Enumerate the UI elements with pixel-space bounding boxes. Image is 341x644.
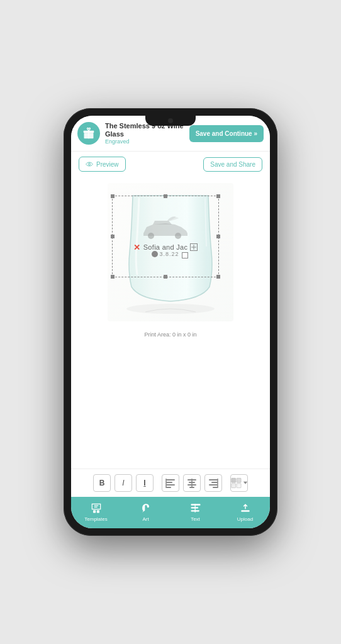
art-label: Art	[142, 516, 148, 522]
svg-point-6	[148, 233, 154, 239]
templates-label: Templates	[84, 516, 107, 522]
design-content-area: ✕ Sofia and Jac 3.8.22	[114, 199, 217, 274]
svg-rect-23	[213, 487, 218, 488]
phone-frame: The Stemless 9 oz Wine Glass Engraved Sa…	[64, 108, 277, 536]
svg-point-7	[175, 233, 181, 239]
text-icon	[189, 502, 202, 514]
nav-item-upload[interactable]: Upload	[220, 497, 270, 528]
app-logo	[77, 122, 100, 145]
nav-item-templates[interactable]: Templates	[71, 497, 121, 528]
italic-button[interactable]: I	[115, 474, 132, 492]
align-center-icon	[187, 478, 197, 488]
bold-button[interactable]: B	[93, 474, 111, 492]
svg-rect-22	[209, 484, 218, 486]
svg-rect-38	[241, 510, 249, 512]
svg-rect-28	[237, 484, 241, 488]
bottom-navigation: Templates Art Text	[71, 497, 270, 528]
nav-item-text[interactable]: Text	[170, 497, 220, 528]
align-right-icon	[208, 478, 218, 488]
eye-icon	[86, 160, 93, 168]
product-image-area: ✕ Sofia and Jac 3.8.22	[77, 177, 264, 328]
svg-rect-27	[232, 484, 236, 488]
svg-rect-10	[166, 479, 175, 480]
text-label: Text	[191, 516, 200, 522]
phone-camera	[168, 118, 173, 123]
text-element-row2: 3.8.22	[152, 251, 179, 257]
svg-rect-21	[211, 482, 218, 483]
svg-rect-29	[93, 510, 96, 513]
art-icon	[140, 502, 152, 514]
action-toolbar: Preview Save and Share	[71, 152, 270, 177]
gift-icon	[82, 127, 95, 140]
align-center-button[interactable]	[183, 474, 201, 492]
preview-button[interactable]: Preview	[79, 157, 126, 172]
svg-rect-30	[96, 510, 99, 513]
svg-rect-12	[166, 484, 175, 486]
print-area-info: Print Area: 0 in x 0 in	[144, 331, 196, 338]
move-handle[interactable]	[190, 243, 198, 251]
phone-screen: The Stemless 9 oz Wine Glass Engraved Sa…	[71, 116, 270, 528]
align-left-icon	[165, 478, 176, 488]
toolbar-separator2	[226, 474, 226, 492]
svg-rect-20	[209, 479, 218, 480]
format-toolbar: B I I	[71, 469, 270, 497]
color-swatch-button[interactable]	[230, 474, 248, 492]
svg-point-3	[89, 164, 91, 165]
svg-rect-13	[166, 487, 171, 488]
upload-icon	[239, 502, 252, 514]
design-canvas[interactable]: ✕ Sofia and Jac 3.8.22	[71, 177, 270, 469]
color-swatch-icon	[231, 476, 242, 490]
delete-handle[interactable]: ✕	[133, 243, 141, 251]
toolbar-separator	[157, 474, 158, 492]
move-icon	[191, 245, 196, 250]
resize-handle-br[interactable]	[182, 252, 188, 258]
svg-rect-25	[232, 478, 236, 482]
product-type: Engraved	[105, 138, 184, 145]
svg-rect-26	[237, 478, 241, 482]
nav-item-art[interactable]: Art	[121, 497, 170, 528]
design-text-date[interactable]: 3.8.22	[159, 251, 179, 257]
underline-button[interactable]: I	[136, 474, 154, 492]
drag-circle[interactable]	[152, 251, 158, 257]
align-left-button[interactable]	[162, 474, 179, 492]
upload-label: Upload	[237, 516, 253, 522]
svg-rect-34	[191, 504, 200, 506]
car-clipart	[137, 216, 194, 241]
text-element-row1[interactable]: ✕ Sofia and Jac	[133, 243, 198, 251]
chevron-down-icon	[243, 481, 247, 485]
save-continue-button[interactable]: Save and Continue »	[189, 125, 264, 142]
svg-point-33	[143, 508, 144, 509]
svg-rect-35	[191, 507, 198, 508]
templates-icon	[90, 502, 103, 514]
save-share-button[interactable]: Save and Share	[203, 157, 262, 172]
align-right-button[interactable]	[204, 474, 222, 492]
design-text-name[interactable]: Sofia and Jac	[143, 243, 188, 251]
svg-rect-11	[166, 482, 172, 483]
